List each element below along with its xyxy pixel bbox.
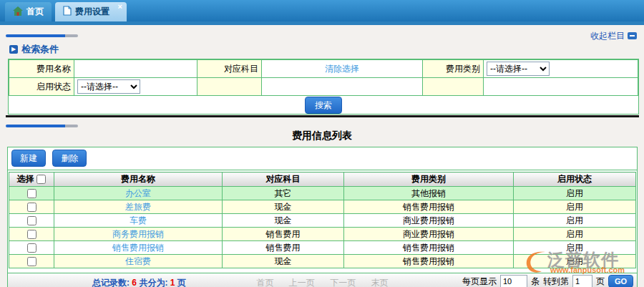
- row-select-cell: [9, 214, 54, 228]
- header-status: 启用状态: [514, 172, 636, 187]
- table-row: 办公室其它其他报销启用: [9, 187, 636, 200]
- header-fee-name: 费用名称: [54, 172, 223, 187]
- first-page-link[interactable]: 首页: [256, 278, 273, 287]
- tab-home-label: 首页: [26, 6, 44, 18]
- progress-bar-bottom: [6, 125, 78, 127]
- subject-label: 对应科目: [197, 60, 262, 78]
- per-page-unit: 条: [531, 276, 540, 287]
- category-cell: 销售费用报销: [344, 241, 514, 255]
- empty-label-cell: [197, 78, 262, 96]
- row-checkbox[interactable]: [27, 189, 36, 198]
- subject-cell: 销售费用: [223, 241, 344, 255]
- tab-bar: 首页 费用设置 ×: [0, 0, 644, 21]
- last-page-link[interactable]: 末页: [371, 278, 389, 287]
- new-button[interactable]: 新建: [11, 150, 46, 167]
- fee-name-cell: 商务费用报销: [54, 228, 223, 241]
- tab-home[interactable]: 首页: [5, 2, 52, 21]
- list-title: 费用信息列表: [0, 130, 644, 143]
- row-select-cell: [9, 228, 54, 241]
- table-row: 车费现金商业费用报销启用: [9, 214, 636, 228]
- status-cell: 启用: [514, 200, 636, 214]
- delete-button[interactable]: 删除: [52, 150, 87, 167]
- fee-name-label: 费用名称: [9, 60, 74, 78]
- search-button[interactable]: 搜索: [305, 97, 342, 114]
- table-holder: 选择 费用名称 对应科目 费用类别 启用状态 办公室其它其他报销启用差旅费现金销…: [8, 170, 637, 268]
- collapse-icon: [628, 32, 637, 39]
- go-button[interactable]: GO: [608, 275, 633, 287]
- empty-cell: [484, 78, 638, 96]
- progress-line: [0, 117, 644, 127]
- action-button-row: 新建 删除: [8, 147, 637, 170]
- expense-table: 选择 费用名称 对应科目 费用类别 启用状态 办公室其它其他报销启用差旅费现金销…: [9, 172, 636, 268]
- pagination-bar: 总记录数: 6 共分为: 1 页 首页 上一页 下一页 末页 每页显示 条 转到…: [8, 273, 637, 287]
- category-cell: 商业费用报销: [344, 228, 514, 241]
- goto-label: 转到第: [543, 276, 569, 287]
- row-checkbox[interactable]: [27, 243, 36, 253]
- fee-name-cell: 办公室: [54, 187, 223, 200]
- progress-bar-top: [6, 34, 78, 37]
- subject-cell: 现金: [223, 255, 344, 268]
- fee-name-link[interactable]: 差旅费: [125, 202, 151, 212]
- table-header-row: 选择 费用名称 对应科目 费用类别 启用状态: [9, 172, 636, 187]
- category-label: 费用类别: [423, 60, 484, 78]
- fee-name-link[interactable]: 商务费用报销: [112, 229, 164, 239]
- per-page-label: 每页显示: [462, 276, 497, 287]
- collapse-columns-link[interactable]: 收起栏目: [590, 30, 637, 42]
- subject-cell: 销售费用: [223, 228, 344, 241]
- status-select[interactable]: --请选择--: [77, 79, 140, 94]
- prev-page-link[interactable]: 上一页: [289, 278, 315, 287]
- page: 首页 费用设置 × 收起栏目 ▶ 检索条件 费用名称 对应科目: [0, 0, 644, 287]
- select-all-checkbox[interactable]: [36, 175, 46, 184]
- fee-name-input[interactable]: [77, 62, 194, 76]
- category-cell: 销售费用报销: [344, 200, 514, 214]
- toolbar-line: 收起栏目: [0, 25, 644, 41]
- collapse-label: 收起栏目: [590, 30, 625, 42]
- search-section-header: ▶ 检索条件: [9, 43, 644, 56]
- search-button-row: 搜索: [9, 96, 638, 114]
- tab-expense-label: 费用设置: [75, 6, 109, 18]
- list-section: 新建 删除 选择 费用名称 对应科目 费用类别 启用状态 办公室其它其他报销启用…: [7, 147, 638, 287]
- header-subject: 对应科目: [223, 172, 344, 187]
- row-checkbox[interactable]: [27, 230, 36, 239]
- fee-name-cell: 销售费用报销: [54, 241, 223, 255]
- row-checkbox[interactable]: [27, 216, 36, 225]
- status-cell: 启用: [514, 228, 636, 241]
- per-page-input[interactable]: [500, 275, 527, 287]
- header-category: 费用类别: [344, 172, 514, 187]
- header-select: 选择: [9, 172, 54, 187]
- subject-cell: 现金: [223, 214, 344, 228]
- fee-name-cell: 住宿费: [54, 255, 223, 268]
- fee-name-link[interactable]: 车费: [130, 215, 147, 225]
- next-page-link[interactable]: 下一页: [330, 278, 356, 287]
- fee-name-link[interactable]: 办公室: [125, 188, 151, 198]
- table-row: 商务费用报销销售费用商业费用报销启用: [9, 228, 636, 241]
- row-select-cell: [9, 187, 54, 200]
- category-select[interactable]: --请选择--: [487, 62, 550, 76]
- row-select-cell: [9, 200, 54, 214]
- home-icon: [13, 6, 23, 18]
- empty-cell: [262, 78, 423, 96]
- table-row: 差旅费现金销售费用报销启用: [9, 200, 636, 214]
- subject-cell: 其它: [223, 187, 344, 200]
- row-checkbox[interactable]: [27, 203, 36, 212]
- empty-label-cell: [423, 78, 484, 96]
- tab-expense-settings[interactable]: 费用设置 ×: [55, 2, 127, 21]
- subject-cell: 现金: [223, 200, 344, 214]
- search-box: 费用名称 对应科目 清除选择 费用类别 --请选择-- 启用状态 --请选择--…: [8, 59, 639, 115]
- fee-name-link[interactable]: 销售费用报销: [112, 243, 164, 253]
- fee-name-cell: 车费: [54, 214, 223, 228]
- table-row: 住宿费现金销售费用报销启用: [9, 255, 636, 268]
- arrow-right-icon: ▶: [9, 45, 18, 54]
- fee-name-link[interactable]: 住宿费: [125, 256, 151, 266]
- status-label: 启用状态: [9, 78, 74, 96]
- search-table: 费用名称 对应科目 清除选择 费用类别 --请选择-- 启用状态 --请选择--: [9, 59, 638, 96]
- goto-page-input[interactable]: [572, 275, 592, 287]
- row-select-cell: [9, 241, 54, 255]
- status-cell: 启用: [514, 241, 636, 255]
- close-icon[interactable]: ×: [118, 2, 122, 11]
- status-cell: 启用: [514, 255, 636, 268]
- row-checkbox[interactable]: [27, 257, 36, 266]
- row-select-cell: [9, 255, 54, 268]
- clear-selection-link[interactable]: 清除选择: [325, 64, 359, 74]
- category-cell: 销售费用报销: [344, 255, 514, 268]
